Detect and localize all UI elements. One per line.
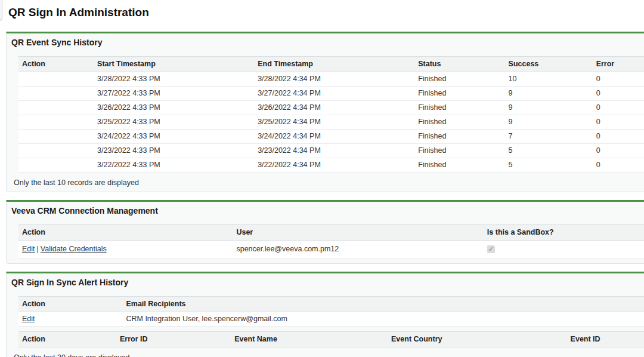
cell-action — [18, 115, 94, 130]
col-header-error: Error — [593, 57, 644, 72]
section-title-crm-connection: Veeva CRM Connection Management — [7, 202, 644, 216]
cell-status: Finished — [414, 87, 504, 101]
cell-end-timestamp: 3/23/2022 4:34 PM — [254, 144, 414, 158]
page-title: QR Sign In Administration — [8, 6, 644, 19]
table-row: 3/26/2022 4:33 PM 3/26/2022 4:34 PM Fini… — [18, 101, 644, 115]
rounded-corner-decor — [0, 0, 2, 21]
section-title-alert-history: QR Sign In Sync Alert History — [7, 273, 644, 287]
col-header-action: Action — [18, 332, 116, 347]
edit-link[interactable]: Edit — [22, 315, 35, 323]
sandbox-checkbox-checked[interactable]: ✓ — [487, 245, 495, 253]
days-limit-note: Only the last 30 days are displayed. — [14, 353, 644, 357]
edit-link[interactable]: Edit — [22, 245, 35, 253]
col-header-email-recipients: Email Recipients — [122, 297, 644, 312]
crm-connection-table-wrap: Action User Is this a SandBox? Edit|Vali… — [18, 224, 644, 258]
crm-connection-table: Action User Is this a SandBox? Edit|Vali… — [18, 224, 644, 258]
section-crm-connection: Veeva CRM Connection Management Action U… — [6, 200, 644, 264]
validate-credentials-link[interactable]: Validate Credentials — [41, 245, 107, 253]
cell-end-timestamp: 3/26/2022 4:34 PM — [254, 101, 414, 115]
col-header-success: Success — [505, 57, 593, 72]
table-header-row: Action Email Recipients — [18, 297, 644, 312]
section-title-event-sync: QR Event Sync History — [7, 33, 644, 47]
cell-start-timestamp: 3/28/2022 4:33 PM — [94, 72, 254, 87]
cell-action — [18, 72, 94, 87]
cell-action — [18, 101, 94, 115]
cell-start-timestamp: 3/23/2022 4:33 PM — [94, 144, 254, 158]
cell-action — [18, 144, 94, 158]
table-row: Edit CRM Integration User, lee.spencerw@… — [18, 312, 644, 327]
table-row: 3/23/2022 4:33 PM 3/23/2022 4:34 PM Fini… — [18, 144, 644, 158]
cell-success: 10 — [505, 72, 593, 87]
cell-start-timestamp: 3/27/2022 4:33 PM — [94, 87, 254, 101]
col-header-action: Action — [18, 57, 94, 72]
cell-end-timestamp: 3/25/2022 4:34 PM — [254, 115, 414, 130]
col-header-event-name: Event Name — [231, 332, 388, 347]
cell-status: Finished — [414, 72, 504, 87]
event-sync-table: Action Start Timestamp End Timestamp Sta… — [18, 56, 644, 173]
link-separator: | — [35, 245, 41, 253]
cell-status: Finished — [414, 130, 504, 144]
event-sync-table-wrap: Action Start Timestamp End Timestamp Sta… — [18, 56, 644, 173]
col-header-error-id: Error ID — [116, 332, 231, 347]
cell-action — [18, 158, 94, 173]
cell-user: spencer.lee@veeva.com.pm12 — [233, 241, 483, 258]
section-sync-alert-history: QR Sign In Sync Alert History Action Ema… — [6, 272, 644, 357]
cell-action — [18, 87, 94, 101]
cell-status: Finished — [414, 144, 504, 158]
table-row: 3/28/2022 4:33 PM 3/28/2022 4:34 PM Fini… — [18, 72, 644, 87]
table-header-row: Action User Is this a SandBox? — [18, 225, 644, 241]
cell-start-timestamp: 3/22/2022 4:33 PM — [94, 158, 254, 173]
cell-action: Edit — [18, 312, 122, 327]
cell-error: 0 — [593, 144, 644, 158]
cell-sandbox: ✓ — [484, 241, 644, 258]
cell-start-timestamp: 3/25/2022 4:33 PM — [94, 115, 254, 130]
cell-action: Edit|Validate Credentials — [18, 241, 233, 258]
col-header-start-timestamp: Start Timestamp — [94, 57, 254, 72]
cell-success: 5 — [505, 144, 593, 158]
records-limit-note: Only the last 10 records are displayed — [14, 178, 644, 187]
col-header-end-timestamp: End Timestamp — [254, 57, 414, 72]
table-header-row: Action Error ID Event Name Event Country… — [18, 332, 644, 347]
cell-error: 0 — [593, 130, 644, 144]
table-row: 3/22/2022 4:33 PM 3/22/2022 4:34 PM Fini… — [18, 158, 644, 173]
cell-start-timestamp: 3/26/2022 4:33 PM — [94, 101, 254, 115]
col-header-action: Action — [18, 225, 233, 241]
table-row: 3/24/2022 4:33 PM 3/24/2022 4:34 PM Fini… — [18, 130, 644, 144]
col-header-status: Status — [414, 57, 504, 72]
cell-end-timestamp: 3/24/2022 4:34 PM — [254, 130, 414, 144]
cell-error: 0 — [593, 72, 644, 87]
cell-start-timestamp: 3/24/2022 4:33 PM — [94, 130, 254, 144]
col-header-event-country: Event Country — [388, 332, 567, 347]
cell-error: 0 — [593, 158, 644, 173]
cell-success: 9 — [505, 115, 593, 130]
errors-table-wrap: Action Error ID Event Name Event Country… — [18, 331, 644, 347]
col-header-sandbox: Is this a SandBox? — [484, 225, 644, 241]
cell-end-timestamp: 3/28/2022 4:34 PM — [254, 72, 414, 87]
cell-success: 5 — [505, 158, 593, 173]
cell-success: 9 — [505, 101, 593, 115]
cell-end-timestamp: 3/22/2022 4:34 PM — [254, 158, 414, 173]
sync-errors-table: Action Error ID Event Name Event Country… — [18, 331, 644, 347]
cell-error: 0 — [593, 115, 644, 130]
table-row: 3/25/2022 4:33 PM 3/25/2022 4:34 PM Fini… — [18, 115, 644, 130]
cell-success: 9 — [505, 87, 593, 101]
cell-action — [18, 130, 94, 144]
col-header-action: Action — [18, 297, 122, 312]
cell-error: 0 — [593, 101, 644, 115]
col-header-event-id: Event ID — [567, 332, 644, 347]
email-recipients-table: Action Email Recipients Edit CRM Integra… — [18, 296, 644, 327]
table-row: 3/27/2022 4:33 PM 3/27/2022 4:34 PM Fini… — [18, 87, 644, 101]
table-header-row: Action Start Timestamp End Timestamp Sta… — [18, 57, 644, 72]
cell-end-timestamp: 3/27/2022 4:34 PM — [254, 87, 414, 101]
table-row: Edit|Validate Credentials spencer.lee@ve… — [18, 241, 644, 258]
section-event-sync-history: QR Event Sync History Action Start Times… — [6, 32, 644, 192]
cell-email-recipients: CRM Integration User, lee.spencerw@gmail… — [122, 312, 644, 327]
col-header-user: User — [233, 225, 483, 241]
cell-status: Finished — [414, 101, 504, 115]
cell-status: Finished — [414, 158, 504, 173]
cell-error: 0 — [593, 87, 644, 101]
recipients-table-wrap: Action Email Recipients Edit CRM Integra… — [18, 296, 644, 327]
cell-success: 7 — [505, 130, 593, 144]
cell-status: Finished — [414, 115, 504, 130]
